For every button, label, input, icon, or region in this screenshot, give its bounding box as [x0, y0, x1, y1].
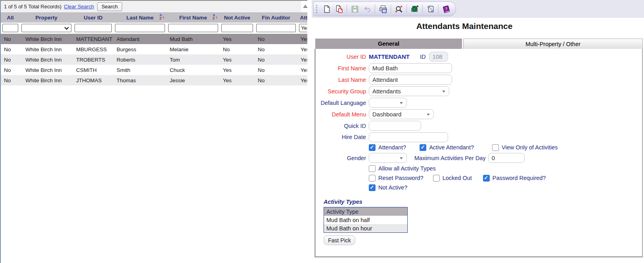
page-title: Attendants Maintenance: [312, 21, 617, 31]
user-id-value: MATTENDANT: [369, 53, 410, 60]
attendant-checkbox-label: Attendant?: [378, 144, 406, 151]
toolbar-separator: [347, 4, 347, 14]
filter-not-active-input[interactable]: [221, 24, 253, 32]
activity-types-listbox: Activity Type Mud Bath on half Mud Bath …: [324, 207, 408, 233]
table-row[interactable]: No White Birch Inn MATTENDANT Attendant …: [1, 34, 307, 44]
reset-password-checkbox[interactable]: [369, 175, 376, 182]
filter-last-name-input[interactable]: [115, 24, 165, 32]
attendant-checkbox[interactable]: [369, 144, 376, 151]
filter-property-select[interactable]: [21, 24, 71, 32]
list-item[interactable]: Mud Bath on half: [324, 216, 407, 224]
sort-az-icon[interactable]: AZ↓: [213, 14, 218, 20]
fast-pick-button[interactable]: Fast Pick: [324, 235, 355, 245]
column-header-user-id[interactable]: User ID: [73, 12, 113, 23]
results-grid: All Property User ID Last Name AZ↓ First…: [1, 12, 307, 85]
toolbar: ?: [313, 2, 456, 16]
active-attendant-checkbox[interactable]: [420, 144, 426, 151]
table-row[interactable]: No White Birch Inn TROBERTS Roberts Tom …: [1, 54, 307, 65]
export-grid-icon[interactable]: [409, 4, 420, 14]
gender-label: Gender: [316, 155, 366, 161]
filter-user-id-input[interactable]: [75, 24, 112, 32]
password-required-checkbox[interactable]: [483, 175, 490, 182]
last-name-field[interactable]: [369, 75, 452, 85]
column-header-not-active[interactable]: Not Active: [220, 12, 255, 23]
report-script-icon[interactable]: [425, 4, 436, 14]
view-only-checkbox[interactable]: [492, 144, 499, 151]
grid-filter-row: [1, 23, 307, 34]
hire-date-label: Hire Date: [316, 134, 366, 140]
grid-header-row: All Property User ID Last Name AZ↓ First…: [1, 12, 307, 23]
delete-record-icon[interactable]: [334, 4, 344, 14]
not-active-checkbox[interactable]: [369, 184, 376, 191]
quick-id-field[interactable]: [369, 121, 421, 131]
column-header-first-name[interactable]: First Name AZ↓: [167, 12, 220, 23]
table-row[interactable]: No White Birch Inn CSMITH Smith Chuck Ye…: [1, 65, 307, 75]
record-id-label: ID: [420, 54, 426, 60]
allow-all-activity-types-checkbox[interactable]: [369, 165, 376, 172]
column-header-attendant[interactable]: Attendant: [297, 12, 307, 23]
records-summary: 1 of 5 of 5 Total Records): [4, 4, 61, 10]
activity-types-section-label: Activity Types: [324, 199, 642, 206]
user-id-row: User ID MATTENDANT ID: [316, 51, 642, 62]
sort-az-icon[interactable]: AZ↓: [159, 14, 165, 20]
record-id-field: [429, 52, 448, 62]
locked-out-label: Locked Out: [443, 175, 472, 181]
zoom-search-icon[interactable]: [393, 4, 404, 14]
search-button[interactable]: Search: [97, 2, 122, 11]
print-icon[interactable]: [378, 4, 388, 14]
gender-select[interactable]: [369, 153, 407, 163]
last-name-label: Last Name: [316, 77, 366, 83]
first-name-label: First Name: [316, 65, 366, 72]
default-language-label: Default Language: [316, 100, 366, 106]
attendants-maintenance-panel: ? Attendants Maintenance General Multi-P…: [312, 0, 644, 263]
password-required-label: Password Required?: [493, 175, 546, 181]
default-language-select[interactable]: [369, 98, 407, 108]
first-name-field[interactable]: [369, 63, 452, 73]
reset-password-label: Reset Password?: [378, 175, 424, 181]
chevron-down-icon: [400, 157, 403, 159]
toolbar-separator: [438, 4, 439, 14]
view-only-checkbox-label: View Only of Activities: [502, 144, 558, 151]
tab-general[interactable]: General: [315, 39, 462, 49]
table-row[interactable]: No White Birch Inn MBURGESS Burgess Mela…: [1, 44, 307, 54]
toolbar-strip: ?: [312, 0, 644, 18]
toolbar-separator: [375, 4, 375, 14]
max-activities-label: Maximum Activities Per Day: [414, 155, 486, 161]
filter-all-input[interactable]: [2, 24, 18, 32]
column-header-last-name[interactable]: Last Name AZ↓: [113, 12, 167, 23]
list-item[interactable]: Mud Bath on hour: [324, 224, 407, 232]
column-header-fin-auditor[interactable]: Fin Auditor: [255, 12, 297, 23]
results-panel: 1 of 5 of 5 Total Records) Clear Search …: [0, 0, 307, 263]
chevron-down-icon: [427, 114, 430, 116]
column-header-all[interactable]: All: [1, 12, 20, 23]
user-id-label: User ID: [316, 54, 366, 60]
clear-search-link[interactable]: Clear Search: [64, 4, 94, 10]
filter-first-name-input[interactable]: [168, 24, 218, 32]
chevron-down-icon: [64, 27, 69, 30]
help-icon[interactable]: ?: [441, 4, 452, 14]
not-active-label: Not Active?: [378, 184, 407, 191]
records-bar: 1 of 5 of 5 Total Records) Clear Search …: [1, 1, 301, 12]
tab-bar: General Multi-Property / Other: [315, 39, 643, 49]
toolbar-separator: [406, 4, 407, 14]
column-header-property[interactable]: Property: [20, 12, 73, 23]
default-menu-label: Default Menu: [316, 111, 366, 118]
toolbar-separator: [422, 4, 423, 14]
hire-date-field[interactable]: [369, 132, 448, 142]
filter-fin-auditor-input[interactable]: [256, 24, 296, 32]
default-menu-select[interactable]: Dashboard: [369, 109, 434, 119]
chevron-down-icon: [442, 91, 445, 93]
new-record-icon[interactable]: [321, 4, 332, 14]
scroll-up-icon[interactable]: [303, 5, 308, 8]
filter-attendant-input[interactable]: [299, 24, 307, 32]
max-activities-field[interactable]: [488, 153, 525, 163]
tab-multi-property-other[interactable]: Multi-Property / Other: [463, 39, 643, 49]
save-icon[interactable]: [349, 4, 360, 14]
undo-icon[interactable]: [362, 4, 372, 14]
locked-out-checkbox[interactable]: [433, 175, 440, 182]
security-group-label: Security Group: [316, 88, 366, 95]
table-row[interactable]: No White Birch Inn JTHOMAS Thomas Jessie…: [1, 75, 307, 85]
security-group-select[interactable]: Attendants: [369, 86, 449, 96]
toolbar-grip-handle[interactable]: [316, 5, 317, 13]
general-tab-content: User ID MATTENDANT ID First Name Last Na…: [314, 49, 643, 257]
